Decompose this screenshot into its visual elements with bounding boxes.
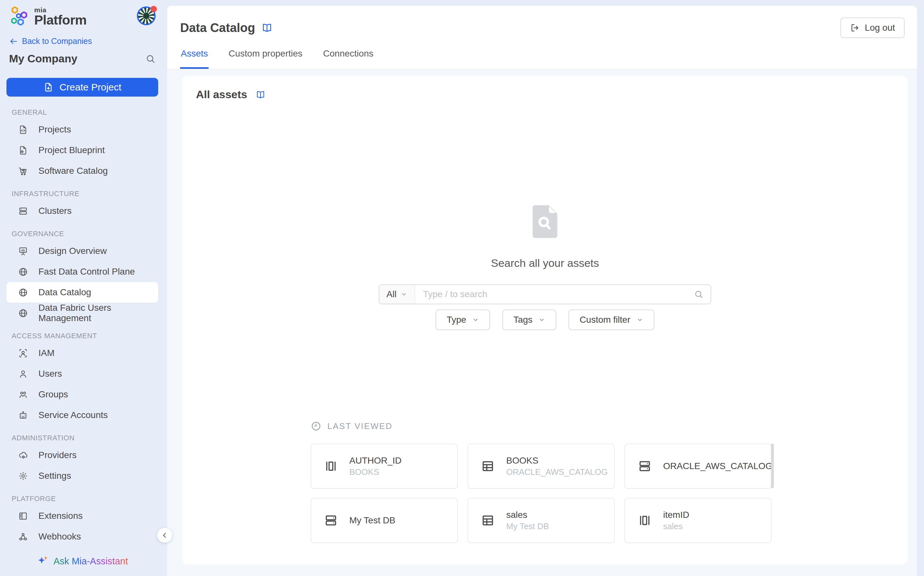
sidebar-item-providers[interactable]: Providers — [6, 445, 158, 466]
sidebar-collapse-button[interactable] — [157, 528, 172, 543]
table-icon — [480, 459, 495, 474]
sidebar-item-label: Projects — [38, 124, 71, 135]
sidebar-item-label: Clusters — [38, 206, 72, 216]
user-icon — [18, 369, 28, 379]
brand-name-top: mia — [34, 6, 86, 13]
sidebar-item-label: Design Overview — [38, 246, 107, 256]
sidebar-item-label: Groups — [38, 389, 68, 400]
sidebar-item-fast-data-control-plane[interactable]: Fast Data Control Plane — [6, 261, 158, 282]
asset-card-title: ORACLE_AWS_CATALOG — [663, 461, 771, 471]
card-text: sales My Test DB — [506, 510, 549, 531]
sidebar-item-project-blueprint[interactable]: Project Blueprint — [6, 140, 158, 160]
sidebar-item-clusters[interactable]: Clusters — [6, 201, 158, 221]
last-viewed-grid: AUTHOR_ID BOOKS BOOKS ORACLE_AWS_CATALOG — [311, 443, 772, 543]
notification-badge — [150, 6, 157, 12]
asset-card-subtitle: ORACLE_AWS_CATALOG — [506, 467, 608, 477]
chevron-down-icon — [472, 316, 479, 323]
section-label-governance: GOVERNANCE — [12, 230, 158, 238]
type-filter-button[interactable]: Type — [436, 309, 490, 330]
sidebar-item-users[interactable]: Users — [6, 363, 158, 384]
asset-card-title: itemID — [663, 510, 689, 520]
tab-bar: Assets Custom properties Connections — [167, 38, 917, 69]
sidebar-item-design-overview[interactable]: Design Overview — [6, 241, 158, 261]
company-name: My Company — [9, 52, 78, 65]
asset-search-bar: All — [379, 284, 711, 304]
company-row: My Company — [9, 52, 156, 65]
card-text: My Test DB — [349, 515, 396, 526]
tab-assets[interactable]: Assets — [180, 46, 209, 69]
search-scope-select[interactable]: All — [379, 285, 415, 304]
sidebar-item-data-fabric-users-management[interactable]: Data Fabric Users Management — [6, 303, 158, 323]
sidebar-item-label: Project Blueprint — [38, 145, 105, 155]
card-text: ORACLE_AWS_CATALOG — [663, 461, 771, 471]
card-text: AUTHOR_ID BOOKS — [349, 456, 402, 477]
sidebar-item-label: Data Fabric Users Management — [38, 303, 158, 323]
page-title: Data Catalog — [180, 21, 255, 35]
asset-card-title: AUTHOR_ID — [349, 456, 402, 466]
globe-icon — [18, 267, 28, 277]
clock-icon — [311, 421, 322, 432]
last-viewed-header: LAST VIEWED — [311, 420, 778, 432]
asset-card-title: My Test DB — [349, 515, 396, 526]
type-filter-label: Type — [447, 315, 466, 325]
create-project-label: Create Project — [59, 82, 121, 93]
book-icon[interactable] — [262, 22, 273, 33]
globe-icon — [18, 308, 28, 318]
sidebar-item-label: Service Accounts — [38, 410, 108, 420]
sidebar-item-label: Users — [38, 369, 62, 379]
asset-card-my-test-db[interactable]: My Test DB — [311, 498, 458, 543]
asset-card-books[interactable]: BOOKS ORACLE_AWS_CATALOG — [468, 443, 615, 489]
user-avatar[interactable] — [137, 6, 156, 25]
sidebar-item-software-catalog[interactable]: Software Catalog — [6, 160, 158, 181]
search-input[interactable] — [415, 285, 694, 304]
asset-card-title: sales — [506, 510, 549, 520]
sidebar-item-data-catalog[interactable]: Data Catalog — [6, 282, 158, 303]
search-icon[interactable] — [694, 285, 710, 304]
panel-header: Data Catalog Log out Assets Custom prope… — [167, 6, 917, 69]
layout-icon — [18, 511, 28, 521]
table-icon — [480, 513, 495, 528]
tab-custom-properties[interactable]: Custom properties — [228, 46, 303, 69]
page-title-row: Data Catalog — [180, 21, 273, 35]
tab-connections[interactable]: Connections — [322, 46, 374, 69]
asset-card-sales[interactable]: sales My Test DB — [468, 498, 615, 543]
cloud-gear-icon — [18, 450, 28, 460]
doc-plus-icon — [43, 82, 54, 93]
tags-filter-label: Tags — [513, 315, 532, 325]
custom-filter-button[interactable]: Custom filter — [568, 309, 654, 330]
database-icon — [324, 513, 338, 528]
sidebar-item-projects[interactable]: Projects — [6, 119, 158, 140]
sidebar-item-iam[interactable]: IAM — [6, 343, 158, 363]
all-assets-title: All assets — [196, 88, 247, 101]
sidebar-item-service-accounts[interactable]: Service Accounts — [6, 405, 158, 426]
logout-button[interactable]: Log out — [840, 18, 905, 38]
sidebar-item-settings[interactable]: Settings — [6, 466, 158, 486]
all-assets-card: All assets Search all your assets All — [182, 76, 908, 564]
iam-icon — [18, 348, 28, 358]
section-label-general: GENERAL — [12, 108, 158, 117]
asset-card-oracle-aws-catalog[interactable]: ORACLE_AWS_CATALOG — [624, 443, 772, 489]
asset-card-itemid[interactable]: itemID sales — [624, 498, 772, 543]
book-icon[interactable] — [256, 90, 265, 99]
chevron-down-icon — [538, 316, 545, 323]
main-panel: Data Catalog Log out Assets Custom prope… — [167, 6, 917, 576]
asset-card-subtitle: My Test DB — [506, 522, 549, 531]
tags-filter-button[interactable]: Tags — [503, 309, 556, 330]
grid-scrollbar-thumb[interactable] — [771, 443, 774, 488]
create-project-button[interactable]: Create Project — [6, 78, 158, 97]
asset-card-author-id[interactable]: AUTHOR_ID BOOKS — [311, 443, 458, 489]
sidebar-item-groups[interactable]: Groups — [6, 384, 158, 405]
sidebar-header: mia Platform — [6, 6, 158, 27]
company-search-icon[interactable] — [145, 54, 156, 64]
sidebar-item-label: Data Catalog — [38, 287, 91, 298]
ask-mia-assistant-link[interactable]: Ask Mia-Assistant — [6, 555, 158, 568]
section-label-infrastructure: INFRASTRUCTURE — [12, 190, 158, 198]
assistant-label: Ask Mia-Assistant — [54, 556, 128, 566]
back-to-companies-link[interactable]: Back to Companies — [9, 37, 156, 46]
file-gear-icon — [18, 146, 28, 155]
sidebar-item-webhooks[interactable]: Webhooks — [6, 526, 158, 547]
card-text: itemID sales — [663, 510, 689, 531]
sidebar-item-extensions[interactable]: Extensions — [6, 506, 158, 526]
app-root: mia Platform Back to Companies My Compan… — [0, 0, 924, 576]
webhook-icon — [18, 532, 28, 542]
